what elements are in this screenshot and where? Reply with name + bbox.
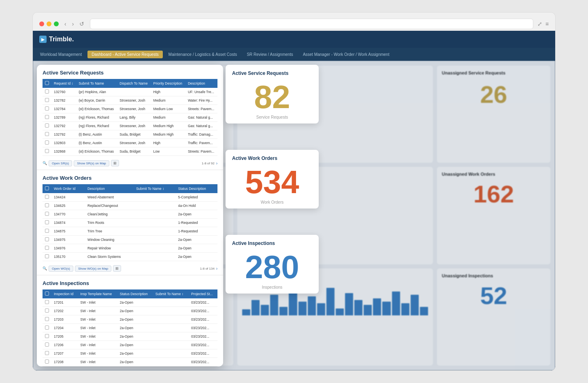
app-window: ▶ Trimble. Workload Management Dashboard… — [32, 31, 556, 371]
active-wo-stat-title: Active Work Orders — [232, 155, 312, 161]
refresh-button[interactable]: ↺ — [78, 20, 86, 28]
wo-row[interactable]: 135170 Clean Storm Systems 2a-Open — [43, 253, 217, 261]
active-sr-stat-number: 82 — [254, 81, 290, 113]
bg-unassigned-sr-title: Unassigned Service Requests — [442, 70, 545, 75]
insp-row[interactable]: 17202 SW - Inlet 2a-Open 03/23/202... — [43, 307, 217, 315]
active-insp-stat-sub: Inspections — [232, 285, 312, 289]
wo-map-button[interactable]: Show WO(s) on Map — [75, 266, 111, 272]
sr-row[interactable]: 132792 (t) Benz, Austin Suda, Bridget Me… — [43, 130, 217, 139]
address-bar[interactable] — [90, 19, 533, 29]
close-button[interactable] — [39, 21, 44, 26]
active-sr-stat-title: Active Service Requests — [232, 70, 312, 76]
sr-row[interactable]: 132803 (t) Benz, Austin Stroessner, Josh… — [43, 139, 217, 147]
unassigned-wo-number: 162 — [473, 182, 514, 206]
insp-row-checkbox[interactable] — [45, 334, 49, 338]
wo-search-icon[interactable]: 🔍 — [43, 266, 47, 270]
insp-row[interactable]: 17207 SW - Inlet 2a-Open 03/23/202... — [43, 349, 217, 358]
active-wo-stat-sub: Work Orders — [232, 200, 312, 204]
wo-row[interactable]: 134975 Window Cleaning 2a-Open — [43, 236, 217, 244]
active-insp-stat-title: Active Inspections — [232, 240, 312, 246]
sr-grid-icon[interactable]: ⊞ — [111, 160, 119, 166]
browser-chrome: ‹ › ↺ ⤢ ≡ — [32, 12, 556, 31]
active-sr-stat-sub: Service Requests — [232, 115, 312, 119]
active-wo-stat-panel: Active Work Orders 534 Work Orders — [226, 150, 319, 209]
insp-row-checkbox[interactable] — [45, 351, 49, 355]
wo-next-page[interactable]: › — [216, 266, 217, 271]
sr-row-checkbox[interactable] — [45, 115, 49, 119]
insp-row-checkbox[interactable] — [45, 300, 49, 304]
sr-row[interactable]: 132792 (ng) Flores, Richard Stroessner, … — [43, 122, 217, 130]
forward-button[interactable]: › — [70, 20, 76, 28]
insp-row[interactable]: 17206 SW - Inlet 2a-Open 03/23/202... — [43, 341, 217, 349]
sr-next-page[interactable]: › — [216, 161, 217, 166]
unassigned-insp-number: 52 — [480, 284, 507, 308]
maximize-button[interactable] — [54, 21, 59, 26]
insp-row-checkbox[interactable] — [45, 317, 49, 321]
wo-row[interactable]: 134625 Replace/Changeout 4a-On Hold — [43, 202, 217, 210]
insp-row[interactable]: 17201 SW - Inlet 2a-Open 03/23/202... — [43, 298, 217, 307]
sr-row[interactable]: 132782 (w) Boyce, Darrin Stroessner, Jos… — [43, 96, 217, 105]
wo-row-checkbox[interactable] — [45, 220, 49, 224]
wo-row[interactable]: 134874 Trim Roots 1-Requested — [43, 219, 217, 227]
sr-row-checkbox[interactable] — [45, 89, 49, 94]
wo-row-checkbox[interactable] — [45, 203, 49, 207]
wo-open-button[interactable]: Open WO(s) — [49, 266, 73, 272]
wo-pagination: 1-8 of 134 › — [200, 266, 217, 271]
back-button[interactable]: ‹ — [63, 20, 68, 28]
wo-row-checkbox[interactable] — [45, 254, 49, 258]
sr-search-icon[interactable]: 🔍 — [43, 161, 47, 165]
sr-table: Request Id ↕ Submit To Name Dispatch To … — [43, 79, 217, 156]
wo-table-actions: 🔍 Open WO(s) Show WO(s) on Map ⊞ — [43, 265, 121, 272]
insp-row-checkbox[interactable] — [45, 360, 49, 364]
wo-row-checkbox[interactable] — [45, 246, 49, 250]
wo-select-all-checkbox[interactable] — [45, 186, 49, 190]
wo-row[interactable]: 134424 Weed Abatement 5-Completed — [43, 193, 217, 202]
wo-row[interactable]: 134976 Repair Window 2a-Open — [43, 244, 217, 253]
insp-row-checkbox[interactable] — [45, 326, 49, 330]
nav-workload-management[interactable]: Workload Management — [36, 51, 86, 58]
menu-icon[interactable]: ≡ — [545, 21, 549, 27]
wo-row[interactable]: 134770 Clean/Jetting 2a-Open — [43, 210, 217, 219]
sr-select-all-checkbox[interactable] — [45, 81, 49, 85]
wo-grid-icon[interactable]: ⊞ — [113, 265, 121, 272]
insp-select-all-checkbox[interactable] — [45, 292, 49, 296]
nav-maintenance[interactable]: Maintenance / Logistics & Asset Costs — [164, 51, 241, 58]
sr-row[interactable]: 132868 (st) Ericksson, Thomas Suda, Brid… — [43, 147, 217, 156]
active-insp-stat-panel: Active Inspections 280 Inspections — [226, 235, 319, 294]
wo-row-checkbox[interactable] — [45, 195, 49, 199]
bg-unassigned-sr-card: Unassigned Service Requests 26 — [437, 66, 550, 163]
sr-row-checkbox[interactable] — [45, 132, 49, 136]
minimize-button[interactable] — [47, 21, 51, 26]
insp-row[interactable]: 17203 SW - Inlet 2a-Open 03/23/202... — [43, 315, 217, 324]
insp-row-checkbox[interactable] — [45, 343, 49, 347]
active-wo-stat-number: 534 — [245, 166, 299, 198]
sr-row-checkbox[interactable] — [45, 140, 49, 145]
sr-row-checkbox[interactable] — [45, 98, 49, 102]
app-logo: ▶ Trimble. — [39, 36, 74, 43]
sr-row[interactable]: 132784 (st) Ericksson, Thomas Stroessner… — [43, 105, 217, 113]
insp-row[interactable]: 17208 SW - Inlet 2a-Open 03/23/202... — [43, 358, 217, 366]
insp-row[interactable]: 17205 SW - Inlet 2a-Open 03/23/202... — [43, 332, 217, 341]
sr-map-button[interactable]: Show SR(s) on Map — [74, 160, 109, 166]
wo-table-footer: 🔍 Open WO(s) Show WO(s) on Map ⊞ 1-8 of … — [43, 264, 217, 272]
insp-row-checkbox[interactable] — [45, 309, 49, 313]
sr-row[interactable]: 132789 (ng) Flores, Richard Lang, Billy … — [43, 113, 217, 122]
wo-row-checkbox[interactable] — [45, 237, 49, 241]
window-controls — [39, 21, 59, 26]
sr-row-checkbox[interactable] — [45, 149, 49, 153]
browser-nav: ‹ › ↺ — [63, 20, 86, 28]
sr-row-checkbox[interactable] — [45, 123, 49, 128]
wo-table: Work Order Id Description Submit To Name… — [43, 184, 217, 261]
wo-row-checkbox[interactable] — [45, 212, 49, 216]
wo-row-checkbox[interactable] — [45, 229, 49, 233]
sr-row-checkbox[interactable] — [45, 106, 49, 111]
sr-page-info: 1-8 of 92 — [202, 162, 215, 165]
sr-open-button[interactable]: Open SR(s) — [49, 160, 72, 166]
nav-asset-manager[interactable]: Asset Manager - Work Order / Work Assign… — [299, 51, 394, 58]
nav-dashboard-active[interactable]: Dashboard - Active Service Requests — [87, 51, 163, 58]
nav-sr-review[interactable]: SR Review / Assignments — [243, 51, 297, 58]
insp-row[interactable]: 17204 SW - Inlet 2a-Open 03/23/202... — [43, 324, 217, 332]
wo-row[interactable]: 134875 Trim Tree 1-Requested — [43, 227, 217, 236]
sr-row[interactable]: 132760 (pr) Hopkins, Alan High UF: Unsaf… — [43, 88, 217, 96]
fullscreen-icon[interactable]: ⤢ — [537, 21, 542, 27]
